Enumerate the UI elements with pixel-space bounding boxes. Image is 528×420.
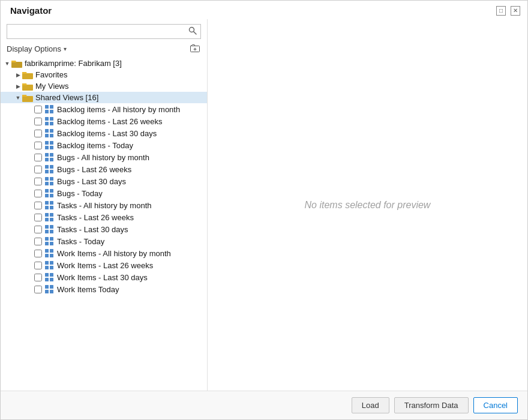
search-icon-button[interactable] <box>187 25 198 38</box>
no-preview-text: No items selected for preview <box>305 200 431 211</box>
window-controls: □ ✕ <box>496 6 520 16</box>
item-label: Work Items - Last 26 weeks <box>57 261 153 270</box>
item-label: Tasks - Last 26 weeks <box>57 213 134 222</box>
grid-icon <box>44 212 54 222</box>
grid-icon <box>44 200 54 210</box>
svg-rect-30 <box>45 165 49 169</box>
svg-rect-20 <box>45 134 49 137</box>
svg-rect-49 <box>50 218 53 221</box>
svg-rect-8 <box>22 85 33 91</box>
item-checkbox[interactable] <box>34 250 42 257</box>
svg-rect-65 <box>50 266 53 269</box>
list-item[interactable]: Bugs - Last 26 weeks <box>1 163 207 175</box>
transform-data-button[interactable]: Transform Data <box>394 397 469 413</box>
root-folder-icon <box>11 59 22 68</box>
grid-icon <box>44 272 54 282</box>
list-item[interactable]: Tasks - Last 26 weeks <box>1 211 207 223</box>
item-checkbox[interactable] <box>34 106 42 113</box>
item-checkbox[interactable] <box>34 130 42 137</box>
list-item[interactable]: Work Items - All history by month <box>1 247 207 259</box>
svg-rect-44 <box>45 206 49 209</box>
svg-rect-16 <box>45 122 49 125</box>
svg-rect-38 <box>45 189 49 193</box>
myviews-label: My Views <box>35 82 68 91</box>
search-icon <box>188 26 197 35</box>
svg-rect-18 <box>45 129 49 133</box>
list-item[interactable]: Tasks - All history by month <box>1 199 207 211</box>
item-checkbox[interactable] <box>34 238 42 245</box>
item-label: Tasks - Today <box>57 237 104 246</box>
item-checkbox[interactable] <box>34 154 42 161</box>
grid-icon <box>44 128 54 138</box>
sharedviews-label: Shared Views [16] <box>35 93 98 102</box>
svg-rect-58 <box>45 249 49 253</box>
grid-icon <box>44 236 54 246</box>
item-checkbox[interactable] <box>34 226 42 233</box>
list-item[interactable]: Backlog items - Today <box>1 139 207 151</box>
list-item[interactable]: Tasks - Today <box>1 235 207 247</box>
list-item[interactable]: Bugs - Today <box>1 187 207 199</box>
new-folder-icon <box>190 44 200 52</box>
svg-rect-47 <box>50 213 53 217</box>
list-item[interactable]: Work Items - Last 30 days <box>1 271 207 283</box>
list-item[interactable]: Backlog items - Last 30 days <box>1 127 207 139</box>
tree-item-sharedviews[interactable]: ▼ Shared Views [16] <box>1 92 207 103</box>
svg-rect-27 <box>50 153 53 157</box>
search-input[interactable] <box>7 25 200 38</box>
svg-rect-34 <box>45 177 49 181</box>
grid-icon <box>44 164 54 174</box>
cancel-button[interactable]: Cancel <box>473 397 518 413</box>
display-options-row: Display Options ▾ <box>1 39 207 58</box>
expand-sharedviews-arrow: ▼ <box>14 95 22 101</box>
search-input-wrap[interactable] <box>7 24 201 39</box>
tree-item-favorites[interactable]: ▶ Favorites <box>1 69 207 80</box>
item-checkbox[interactable] <box>34 118 42 125</box>
svg-rect-73 <box>50 290 53 293</box>
tree-root[interactable]: ▼ fabrikamprime: Fabrikam [3] <box>1 58 207 69</box>
list-item[interactable]: Tasks - Last 30 days <box>1 223 207 235</box>
preview-panel: No items selected for preview <box>208 19 527 391</box>
item-checkbox[interactable] <box>34 202 42 209</box>
svg-rect-33 <box>50 170 53 173</box>
svg-rect-60 <box>45 254 49 257</box>
svg-rect-22 <box>45 141 49 145</box>
expand-root-arrow: ▼ <box>3 61 11 67</box>
svg-rect-14 <box>45 117 49 121</box>
svg-rect-26 <box>45 153 49 157</box>
svg-rect-29 <box>50 158 53 161</box>
svg-rect-25 <box>50 146 53 149</box>
minimize-button[interactable]: □ <box>496 6 506 16</box>
display-options-button[interactable]: Display Options ▾ <box>7 44 67 53</box>
tree-item-myviews[interactable]: ▶ My Views <box>1 80 207 92</box>
svg-rect-61 <box>50 254 53 257</box>
item-checkbox[interactable] <box>34 166 42 173</box>
load-button[interactable]: Load <box>352 397 389 413</box>
list-item[interactable]: Work Items - Last 26 weeks <box>1 259 207 271</box>
svg-rect-55 <box>50 237 53 241</box>
item-checkbox[interactable] <box>34 262 42 269</box>
new-folder-button[interactable] <box>189 43 201 55</box>
svg-rect-66 <box>45 273 49 277</box>
list-item[interactable]: Work Items Today <box>1 283 207 295</box>
list-item[interactable]: Bugs - All history by month <box>1 151 207 163</box>
close-button[interactable]: ✕ <box>511 6 520 16</box>
list-item[interactable]: Backlog items - Last 26 weeks <box>1 115 207 127</box>
item-checkbox[interactable] <box>34 214 42 221</box>
svg-rect-42 <box>45 201 49 205</box>
item-label: Bugs - Today <box>57 189 103 198</box>
item-checkbox[interactable] <box>34 178 42 185</box>
svg-rect-10 <box>45 105 49 109</box>
grid-icon <box>44 284 54 294</box>
svg-rect-46 <box>45 213 49 217</box>
svg-rect-45 <box>50 206 53 209</box>
item-checkbox[interactable] <box>34 274 42 281</box>
favorites-label: Favorites <box>35 70 67 79</box>
svg-rect-24 <box>45 146 49 149</box>
item-checkbox[interactable] <box>34 190 42 197</box>
svg-rect-19 <box>50 129 53 133</box>
item-checkbox[interactable] <box>34 142 42 149</box>
list-item[interactable]: Backlog items - All history by month <box>1 103 207 115</box>
list-item[interactable]: Bugs - Last 30 days <box>1 175 207 187</box>
item-checkbox[interactable] <box>34 286 42 293</box>
root-label: fabrikamprime: Fabrikam [3] <box>25 59 122 68</box>
